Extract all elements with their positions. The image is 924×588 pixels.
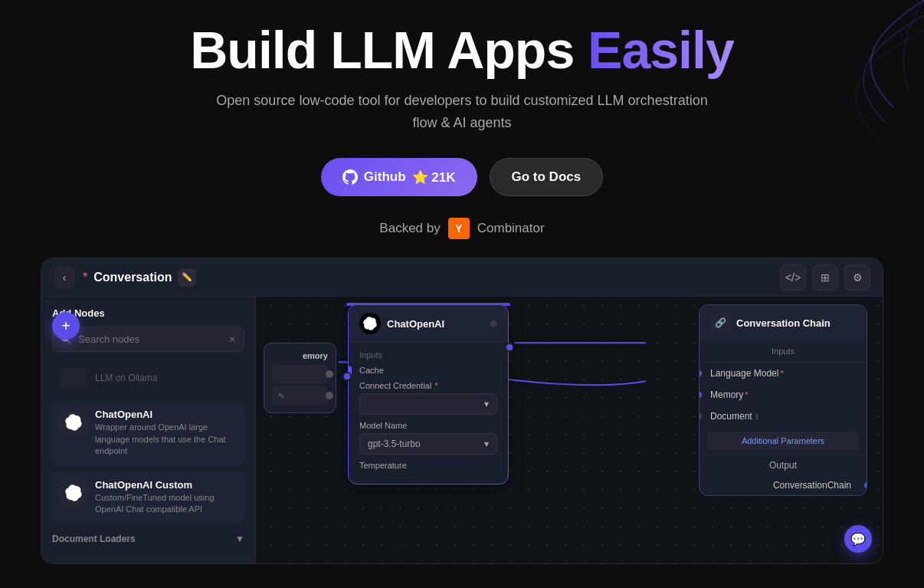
backed-by-text: Backed by [379,221,440,236]
conv-chain-header: 🔗 Conversation Chain [700,305,867,340]
flow-topbar-right: </> ⊞ ⚙ [780,264,870,291]
ollama-label: LLM on Ollama [95,373,157,383]
chat-button[interactable]: 💬 [844,525,872,553]
github-stars: ⭐ 21K [412,169,456,186]
edit-title-button[interactable]: ✏️ [178,268,196,287]
cache-label: Cache [359,366,384,375]
model-name-label: Model Name [359,421,407,430]
chat-openai-node-logo [359,313,381,334]
memory-field: Memory * [700,384,867,406]
memory-partial-controls: ✎ [272,365,328,405]
chat-openai-custom-info: ChatOpenAI Custom Custom/FineTuned model… [95,479,237,516]
flow-editor: ‹ * Conversation ✏️ </> ⊞ ⚙ + Add Nodes … [41,258,883,564]
deploy-button[interactable]: ⊞ [812,264,838,291]
credential-label: Connect Credential [359,381,431,390]
move-icon: ⊕ [490,318,497,329]
ollama-node-item[interactable]: LLM on Ollama [52,361,244,395]
temperature-field: Temperature [359,461,497,470]
add-nodes-title: Add Nodes [52,307,244,319]
search-input[interactable] [78,333,222,345]
conv-chain-body: Inputs Language Model * Memory * [700,340,867,495]
chat-openai-node-body: Inputs Cache Connect Credential * [349,343,508,484]
language-model-label: Language Model [710,368,778,379]
hero-title: Build LLM Apps Easily [0,21,924,79]
hero-section: Build LLM Apps Easily Open source low-co… [0,0,924,239]
chat-openai-node-card[interactable]: ChatOpenAI ⊕ Inputs Cache [348,304,509,485]
output-section: Output [700,455,867,475]
document-input-dot [699,412,703,421]
conv-inputs-label: Inputs [700,340,867,363]
memory-partial-input [272,365,328,383]
credential-field: Connect Credential * ▾ [359,381,497,415]
memory-input-dot [699,390,703,399]
credential-required-dot: * [434,381,437,390]
chat-openai-custom-icon [60,479,87,507]
backed-by-section: Backed by Y Combinator [0,218,924,239]
memory-partial-input2: ✎ [272,386,328,405]
canvas-area: emory ✎ [256,297,883,564]
language-model-input-dot [699,369,703,378]
memory-required: * [745,390,748,399]
doc-loaders-chevron-icon: ▼ [235,534,244,544]
language-model-required: * [780,369,783,378]
document-label: Document [710,411,752,422]
temperature-label: Temperature [359,461,407,470]
output-dot [863,481,867,490]
chat-openai-node-name: ChatOpenAI [387,318,444,330]
conv-chain-name: Conversation Chain [736,317,831,329]
model-name-field: Model Name gpt-3.5-turbo ▾ [359,421,497,455]
chat-output-dot [505,343,514,352]
inputs-label: Inputs [359,350,497,360]
model-name-input[interactable]: gpt-3.5-turbo ▾ [359,433,497,455]
chat-openai-info: ChatOpenAI Wrapper around OpenAI large l… [95,409,237,457]
document-info-icon: ℹ [755,412,759,421]
clear-search-button[interactable]: ✕ [228,334,236,345]
credential-input[interactable]: ▾ [359,393,497,415]
additional-params-button[interactable]: Additional Parameters [707,432,859,450]
memory-partial-node[interactable]: emory ✎ [264,343,336,413]
flow-title-area: * Conversation ✏️ [83,268,196,287]
chat-openai-custom-desc: Custom/FineTuned model using OpenAI Chat… [95,492,237,516]
search-box: 🔍 ✕ [52,327,244,352]
docs-label: Go to Docs [512,169,582,185]
hero-subtitle: Open source low-code tool for developers… [194,90,730,134]
language-model-field: Language Model * [700,363,867,384]
github-button[interactable]: Github ⭐ 21K [321,158,477,196]
docs-button[interactable]: Go to Docs [490,158,604,196]
memory-output-dot2 [326,392,333,399]
chat-openai-name: ChatOpenAI [95,409,237,420]
chat-openai-node-header: ChatOpenAI ⊕ [349,305,508,343]
yc-name: Combinator [477,221,545,236]
chat-openai-custom-name: ChatOpenAI Custom [95,479,237,491]
chat-openai-desc: Wrapper around OpenAI large language mod… [95,422,237,457]
conv-chain-node-card[interactable]: 🔗 Conversation Chain Inputs Language Mod… [699,304,867,496]
code-button[interactable]: </> [780,264,806,291]
cache-field: Cache [359,366,497,375]
hero-title-highlight: Easily [588,21,734,79]
settings-button[interactable]: ⚙ [844,264,870,291]
doc-loaders-header[interactable]: Document Loaders ▼ [52,529,244,549]
chat-openai-node-item[interactable]: ChatOpenAI Wrapper around OpenAI large l… [52,401,244,465]
hero-buttons: Github ⭐ 21K Go to Docs [0,158,924,196]
output-value-row: ConversationChain [700,475,867,495]
conv-chain-canvas-node: 🔗 Conversation Chain Inputs Language Mod… [699,304,867,496]
back-button[interactable]: ‹ [54,267,75,288]
memory-partial-label: emory [272,351,328,360]
document-field: Document ℹ [700,406,867,427]
github-icon [342,169,358,185]
conv-chain-icon: 🔗 [710,313,730,333]
flow-topbar: ‹ * Conversation ✏️ </> ⊞ ⚙ [41,258,883,297]
model-name-value: gpt-3.5-turbo [368,439,421,449]
github-label: Github [364,169,406,185]
hero-title-text: Build LLM Apps [190,21,588,79]
additional-params-label: Additional Parameters [742,436,824,445]
doc-loaders-label: Document Loaders [52,534,136,544]
unsaved-indicator: * [83,271,87,284]
flow-canvas: + Add Nodes 🔍 ✕ LLM on Ollama [41,297,883,564]
output-value-label: ConversationChain [773,480,851,491]
ollama-icon [60,367,87,389]
chat-openai-icon [60,409,87,436]
yc-badge: Y [448,218,470,239]
memory-output-dot [326,370,333,378]
chat-openai-custom-node-item[interactable]: ChatOpenAI Custom Custom/FineTuned model… [52,471,244,524]
